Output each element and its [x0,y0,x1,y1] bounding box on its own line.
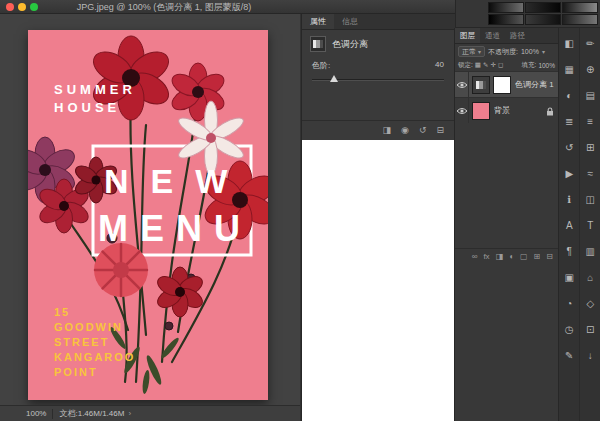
info-panel-icon[interactable]: ℹ [560,192,578,208]
gradient-swatch[interactable] [525,14,561,25]
swatches-panel-icon[interactable]: ▦ [560,62,578,78]
tab-info[interactable]: 信息 [334,14,366,29]
fill-value[interactable]: 100% [538,62,555,69]
flower-center [92,176,101,185]
export-panel-icon[interactable]: ↓ [581,348,599,364]
layer-name[interactable]: 背景 [494,105,510,116]
paths-panel-icon[interactable]: ◔ [560,296,578,312]
libraries-panel-icon[interactable]: ▥ [581,244,599,260]
brush-settings-panel-icon[interactable]: ✏ [581,36,599,52]
tab-paths[interactable]: 路径 [505,28,530,43]
glyphs-panel-icon[interactable]: T [581,218,599,234]
reset-icon[interactable]: ↺ [419,125,427,135]
gradient-swatch[interactable] [562,14,598,25]
close-window-button[interactable] [6,3,14,11]
levels-slider-thumb[interactable] [330,75,338,82]
link-layers-icon[interactable]: ∞ [472,252,478,261]
measurement-log-panel-icon[interactable]: ≡ [581,114,599,130]
layer-group-icon[interactable]: ▢ [520,252,528,261]
character-panel-icon[interactable]: A [560,218,578,234]
lock-row: 锁定: ▦✎✛◻ 填充: 100% [455,59,558,71]
tab-layers[interactable]: 图层 [455,28,480,43]
lock-pixels-icon[interactable]: ✎ [483,61,488,69]
timeline-panel-icon[interactable]: ◷ [560,322,578,338]
color-panel-icon[interactable]: ◧ [560,36,578,52]
layers-panel: 图层 通道 路径 正常 ▾ 不透明度: 100% ▾ 锁定: ▦✎✛◻ 填充: … [454,28,558,421]
poster-title-line2: HOUSE [54,100,120,115]
adjustment-layer-thumbnail[interactable] [472,76,490,94]
clone-source-panel-icon[interactable]: ⊕ [581,62,599,78]
zoom-level-field[interactable]: 100% [26,409,46,418]
layer-comps-panel-icon[interactable]: ▤ [581,88,599,104]
layer-row-posterize[interactable]: 色调分离 1 [455,71,558,97]
properties-tabbar: 属性 信息 [302,14,454,30]
lock-label: 锁定: [458,61,473,70]
properties-panel-icon[interactable]: ⊡ [581,322,599,338]
clip-to-layer-icon[interactable]: ◨ [383,125,392,135]
tab-properties[interactable]: 属性 [302,14,334,29]
layer-visibility-toggle[interactable] [455,72,469,97]
document-title: JPG.jpeg @ 100% (色调分离 1, 图层蒙版/8) [44,0,284,14]
background-layer-thumbnail[interactable] [472,102,490,120]
actions-panel-icon[interactable]: ▶ [560,166,578,182]
opacity-label: 不透明度: [488,47,518,57]
gradient-swatch[interactable] [488,2,524,13]
posterize-icon [310,36,326,52]
lock-all-icon[interactable]: ◻ [498,61,503,69]
threed-panel-icon[interactable]: ◇ [581,296,599,312]
blend-row: 正常 ▾ 不透明度: 100% ▾ [455,44,558,59]
gradient-preset-grid [488,2,599,25]
zoom-window-button[interactable] [30,3,38,11]
status-options-caret[interactable]: › [128,409,131,418]
layer-name[interactable]: 色调分离 1 [515,79,554,90]
layer-lock-icon [546,102,554,120]
eye-icon [456,81,468,89]
collapsed-panels-rail: ◧▦◐≣↺▶ℹA¶▣◔◷✎ ✏⊕▤≡⊞≈◫T▥⌂◇⊡↓ [558,28,600,421]
flower-center [192,86,204,98]
delete-adjustment-icon[interactable]: ⊟ [436,125,444,135]
document-canvas-area[interactable]: SUMMER HOUSE NEW MENU 15 GOODWIN STREET … [0,14,300,421]
opacity-value[interactable]: 100% [521,48,539,55]
eye-icon [456,107,468,115]
poster-address-line: 15 [54,306,70,318]
panel-icon-column-1: ◧▦◐≣↺▶ℹA¶▣◔◷✎ [559,28,579,421]
device-preview-panel-icon[interactable]: ⌂ [581,270,599,286]
visibility-icon[interactable]: ◉ [401,125,409,135]
blend-mode-dropdown[interactable]: 正常 ▾ [458,46,485,57]
gradient-swatch[interactable] [562,2,598,13]
adjustments-panel-icon[interactable]: ◐ [560,88,578,104]
chevron-down-icon[interactable]: ▾ [542,48,545,55]
levels-value[interactable]: 40 [435,60,444,71]
layers-footer-bar: ∞fx◨◐▢⊞⊟ [455,248,558,264]
new-layer-icon[interactable]: ⊞ [534,252,541,261]
poster-address-line: STREET [54,336,109,348]
styles-panel-icon[interactable]: ≣ [560,114,578,130]
lock-transparency-icon[interactable]: ▦ [475,61,481,69]
histogram-panel-icon[interactable]: ≈ [581,166,599,182]
poster-title-line1: SUMMER [54,82,136,97]
gradient-swatch[interactable] [525,2,561,13]
delete-layer-icon[interactable]: ⊟ [546,252,553,261]
flower-center [39,164,51,176]
paragraph-panel-icon[interactable]: ¶ [560,244,578,260]
tool-presets-panel-icon[interactable]: ◫ [581,192,599,208]
history-panel-icon[interactable]: ↺ [560,140,578,156]
channels-panel-icon[interactable]: ▣ [560,270,578,286]
tab-channels[interactable]: 通道 [480,28,505,43]
layer-mask-icon[interactable]: ◨ [496,252,504,261]
adjustment-layer-icon[interactable]: ◐ [509,252,514,261]
layer-row-background[interactable]: 背景 [455,97,558,123]
gradient-swatch[interactable] [488,14,524,25]
notes-panel-icon[interactable]: ✎ [560,348,578,364]
layer-styles-icon[interactable]: fx [483,252,489,261]
layer-visibility-toggle[interactable] [455,98,469,123]
poster-document[interactable]: SUMMER HOUSE NEW MENU 15 GOODWIN STREET … [28,30,268,400]
lock-icons: ▦✎✛◻ [475,61,503,69]
poster-address-line: POINT [54,366,98,378]
lock-position-icon[interactable]: ✛ [490,61,495,69]
levels-slider[interactable] [312,74,444,86]
navigator-panel-icon[interactable]: ⊞ [581,140,599,156]
layer-mask-thumbnail[interactable] [493,76,511,94]
poster-artwork: SUMMER HOUSE NEW MENU 15 GOODWIN STREET … [28,30,268,400]
minimize-window-button[interactable] [18,3,26,11]
